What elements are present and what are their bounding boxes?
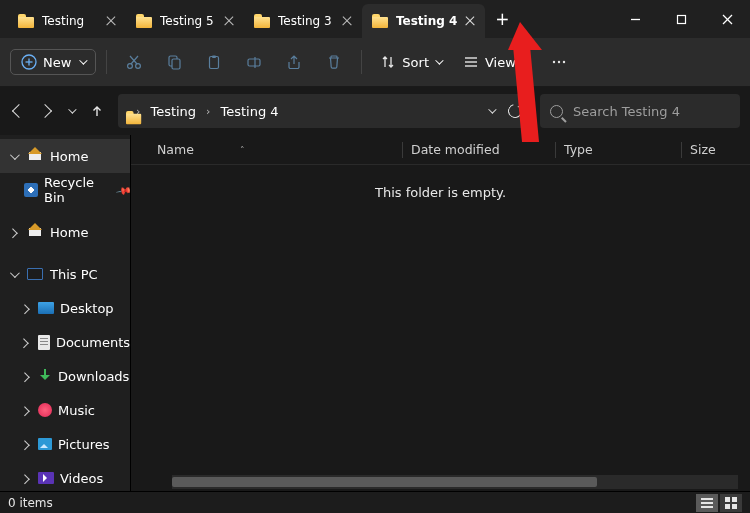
rename-button[interactable] [237,45,271,79]
tree-downloads[interactable]: Downloads [0,359,130,393]
chevron-down-icon[interactable] [488,105,496,113]
cut-button[interactable] [117,45,151,79]
tree-videos[interactable]: Videos [0,461,130,491]
recycle-bin-icon [24,183,38,197]
view-button[interactable]: View [455,45,536,79]
column-label: Name [157,142,194,157]
chevron-right-icon [19,474,29,484]
more-button[interactable] [542,45,576,79]
tree-label: Music [58,403,130,418]
pictures-icon [38,438,52,450]
recent-locations-button[interactable] [66,108,74,114]
svg-point-7 [128,64,133,69]
share-button[interactable] [277,45,311,79]
tree-this-pc[interactable]: This PC [0,257,130,291]
navigation-tree: Home Recycle Bin 📌 Home This PC Desktop … [0,135,131,491]
search-placeholder: Search Testing 4 [573,104,680,119]
rename-icon [245,53,263,71]
delete-button[interactable] [317,45,351,79]
tree-recycle-bin[interactable]: Recycle Bin 📌 [0,173,130,207]
tree-label: This PC [50,267,130,282]
chevron-right-icon [7,228,17,238]
forward-button[interactable] [40,106,50,116]
list-view-icon [701,498,713,508]
chevron-down-icon [68,105,76,113]
sort-button[interactable]: Sort [372,45,449,79]
home-icon [26,148,44,164]
svg-rect-14 [212,56,216,59]
clipboard-icon [205,53,223,71]
breadcrumb-item[interactable]: Testing 4 [221,104,279,119]
column-size[interactable]: Size [690,142,750,157]
view-button-label: View [485,55,516,70]
separator [106,50,107,74]
nav-buttons [10,104,108,118]
tree-label: Videos [60,471,130,486]
tree-pictures[interactable]: Pictures [0,427,130,461]
svg-point-21 [558,61,560,63]
tree-documents[interactable]: Documents [0,325,130,359]
minimize-button[interactable] [612,0,658,38]
svg-rect-13 [210,57,219,69]
document-icon [38,335,50,350]
up-button[interactable] [90,104,104,118]
details-view-toggle[interactable] [696,494,718,512]
close-icon[interactable] [224,16,234,26]
tree-music[interactable]: Music [0,393,130,427]
chevron-down-icon [435,56,443,64]
close-button[interactable] [704,0,750,38]
column-type[interactable]: Type [564,142,681,157]
tab-testing-4[interactable]: Testing 4 [362,4,485,38]
tree-label: Pictures [58,437,130,452]
column-label: Date modified [411,142,500,157]
close-icon[interactable] [106,16,116,26]
arrow-right-icon [38,104,52,118]
search-box[interactable]: Search Testing 4 [540,94,740,128]
horizontal-scrollbar[interactable] [172,475,738,489]
column-date-modified[interactable]: Date modified [411,142,555,157]
chevron-down-icon [80,56,88,64]
breadcrumb-item[interactable]: Testing [150,104,196,119]
tree-label: Downloads [58,369,130,384]
status-bar: 0 items [0,491,750,513]
maximize-button[interactable] [658,0,704,38]
scissors-icon [125,53,143,71]
new-button[interactable]: New [10,49,96,75]
arrow-left-icon [12,104,26,118]
svg-rect-12 [172,59,180,69]
tree-label: Documents [56,335,130,350]
paste-button[interactable] [197,45,231,79]
copy-button[interactable] [157,45,191,79]
tab-label: Testing [42,14,98,28]
tree-home-2[interactable]: Home [0,215,130,249]
column-label: Type [564,142,593,157]
tab-testing[interactable]: Testing [8,4,126,38]
tab-testing-3[interactable]: Testing 3 [244,4,362,38]
close-icon[interactable] [465,16,475,26]
icons-view-toggle[interactable] [720,494,742,512]
tab-testing-5[interactable]: Testing 5 [126,4,244,38]
tree-desktop[interactable]: Desktop [0,291,130,325]
tree-home[interactable]: Home [0,139,130,173]
svg-line-10 [130,56,137,64]
column-headers: Name ˄ Date modified Type Size [131,135,750,165]
column-divider[interactable] [555,142,556,158]
column-name[interactable]: Name ˄ [157,142,402,157]
view-list-icon [463,54,479,70]
folder-icon [136,14,152,28]
folder-icon [18,14,34,28]
empty-folder-text: This folder is empty. [131,165,750,200]
back-button[interactable] [14,106,24,116]
new-tab-button[interactable]: + [485,0,519,38]
close-icon[interactable] [342,16,352,26]
trash-icon [325,53,343,71]
download-icon [38,369,52,383]
home-icon [26,224,44,240]
column-divider[interactable] [402,142,403,158]
column-divider[interactable] [681,142,682,158]
item-count: 0 items [8,496,53,510]
tab-label: Testing 5 [160,14,216,28]
refresh-icon[interactable] [505,101,524,120]
copy-icon [165,53,183,71]
address-bar[interactable]: › Testing › Testing 4 [118,94,530,128]
